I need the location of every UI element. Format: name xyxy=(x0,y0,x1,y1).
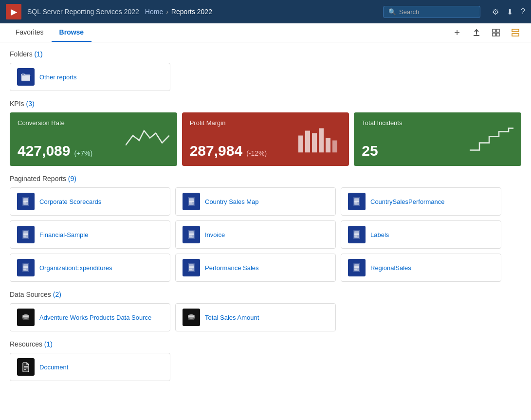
report-corporate-scorecards[interactable]: Corporate Scorecards xyxy=(10,187,170,216)
folder-label: Other reports xyxy=(39,73,77,81)
kpi-value: 287,984 xyxy=(190,143,242,159)
header-actions: ⚙ ⬇ ? xyxy=(492,7,525,17)
report-label: Invoice xyxy=(205,231,225,238)
svg-rect-9 xyxy=(298,136,303,153)
report-label: OrganizationExpenditures xyxy=(39,264,112,272)
report-icon xyxy=(183,259,200,276)
nav-home[interactable]: Home xyxy=(145,8,163,16)
datasource-icon xyxy=(17,309,35,326)
datasource-label: Total Sales Amount xyxy=(205,314,259,321)
report-icon xyxy=(348,226,366,243)
new-button[interactable]: + xyxy=(449,25,465,40)
kpi-sparkline-bar xyxy=(297,126,341,153)
app-title: SQL Server Reporting Services 2022 xyxy=(27,8,139,16)
nav-current: Reports 2022 xyxy=(171,8,212,16)
tile-view-icon xyxy=(492,28,500,37)
tab-browse[interactable]: Browse xyxy=(52,23,92,42)
tab-favorites[interactable]: Favorites xyxy=(8,23,52,42)
kpi-sparkline-line xyxy=(126,126,169,153)
report-label: Labels xyxy=(370,231,389,238)
report-label: CountrySalesPerformance xyxy=(370,198,444,205)
upload-button[interactable] xyxy=(469,25,484,40)
datasource-label: Adventure Works Products Data Source xyxy=(39,314,151,321)
svg-rect-6 xyxy=(512,29,519,32)
kpi-conversion-rate[interactable]: Conversion Rate 427,089 (+7%) xyxy=(10,112,177,166)
kpi-value: 427,089 xyxy=(18,143,70,159)
resource-document[interactable]: Document xyxy=(10,353,170,381)
svg-rect-3 xyxy=(496,29,499,32)
datasources-title: Data Sources xyxy=(10,291,51,298)
search-bar[interactable]: 🔍 Search xyxy=(383,6,480,18)
report-label: Performance Sales xyxy=(205,264,259,272)
tab-actions: + xyxy=(449,25,523,40)
app-logo: ▶ xyxy=(6,4,21,19)
svg-rect-7 xyxy=(512,34,519,36)
resource-label: Document xyxy=(39,364,68,371)
datasource-total-sales[interactable]: Total Sales Amount xyxy=(175,303,336,331)
folder-icon xyxy=(17,68,35,86)
tile-view-button[interactable] xyxy=(488,25,504,40)
breadcrumb: Home › Reports 2022 xyxy=(145,8,212,16)
report-regional-sales[interactable]: RegionalSales xyxy=(341,254,501,282)
svg-rect-11 xyxy=(312,133,317,153)
nav-separator: › xyxy=(166,8,168,16)
svg-rect-4 xyxy=(493,33,495,36)
search-placeholder: Search xyxy=(399,8,419,16)
kpi-change: (+7%) xyxy=(74,149,92,157)
logo-icon: ▶ xyxy=(11,7,17,17)
report-performance-sales[interactable]: Performance Sales xyxy=(175,254,336,282)
report-label: RegionalSales xyxy=(370,264,411,272)
svg-rect-12 xyxy=(319,128,324,153)
kpi-change: (-12%) xyxy=(246,149,267,157)
report-labels[interactable]: Labels xyxy=(341,220,501,249)
report-country-sales-performance[interactable]: CountrySalesPerformance xyxy=(341,187,501,216)
reports-title: Paginated Reports xyxy=(10,175,66,183)
folders-title: Folders xyxy=(10,50,33,58)
datasource-adventure-works[interactable]: Adventure Works Products Data Source xyxy=(10,303,170,331)
download-icon[interactable]: ⬇ xyxy=(507,7,513,17)
svg-rect-2 xyxy=(493,29,495,32)
resources-count: (1) xyxy=(44,340,53,348)
report-icon xyxy=(348,193,366,210)
report-icon xyxy=(17,193,35,210)
kpis-count: (3) xyxy=(26,100,34,108)
resources-grid: Document xyxy=(10,353,521,381)
tab-bar: Favorites Browse + xyxy=(0,23,531,42)
header: ▶ SQL Server Reporting Services 2022 Hom… xyxy=(0,0,531,23)
svg-rect-14 xyxy=(332,141,337,153)
datasources-header: Data Sources (2) xyxy=(10,291,521,298)
reports-grid: Corporate Scorecards Country Sales Map C… xyxy=(10,187,521,282)
datasources-count: (2) xyxy=(53,291,61,298)
report-icon xyxy=(183,193,200,210)
folders-count: (1) xyxy=(35,50,43,58)
reports-count: (9) xyxy=(68,175,76,183)
svg-rect-10 xyxy=(305,131,310,153)
report-icon xyxy=(17,259,35,276)
folders-header: Folders (1) xyxy=(10,50,521,58)
kpi-profit-margin[interactable]: Profit Margin 287,984 (-12%) xyxy=(182,112,349,166)
folder-other-reports[interactable]: Other reports xyxy=(10,63,170,91)
detail-view-icon xyxy=(511,28,520,37)
kpis-grid: Conversion Rate 427,089 (+7%) Profit Mar… xyxy=(10,112,521,166)
help-icon[interactable]: ? xyxy=(521,7,525,16)
svg-rect-13 xyxy=(326,138,330,153)
kpi-total-incidents[interactable]: Total Incidents 25 xyxy=(354,112,521,166)
upload-icon xyxy=(472,28,481,37)
report-invoice[interactable]: Invoice xyxy=(175,220,336,249)
detail-view-button[interactable] xyxy=(508,25,523,40)
report-label: Country Sales Map xyxy=(205,198,259,205)
report-icon xyxy=(183,226,200,243)
kpi-sparkline-step xyxy=(470,126,513,153)
report-icon xyxy=(348,259,366,276)
report-label: Corporate Scorecards xyxy=(39,198,101,205)
settings-icon[interactable]: ⚙ xyxy=(492,7,499,17)
report-country-sales-map[interactable]: Country Sales Map xyxy=(175,187,336,216)
resources-title: Resources xyxy=(10,340,42,348)
resource-icon xyxy=(17,358,35,376)
report-organization-expenditures[interactable]: OrganizationExpenditures xyxy=(10,254,170,282)
svg-rect-5 xyxy=(496,33,499,36)
folders-grid: Other reports xyxy=(10,63,521,91)
kpis-title: KPIs xyxy=(10,100,24,108)
datasource-icon xyxy=(183,309,200,326)
report-financial-sample[interactable]: Financial-Sample xyxy=(10,220,170,249)
